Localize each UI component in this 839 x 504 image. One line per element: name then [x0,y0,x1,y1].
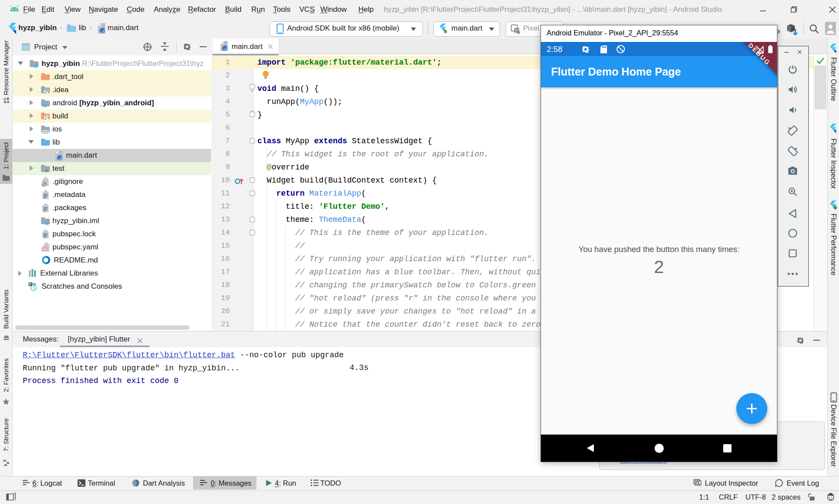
svg-text:YML: YML [42,248,47,251]
